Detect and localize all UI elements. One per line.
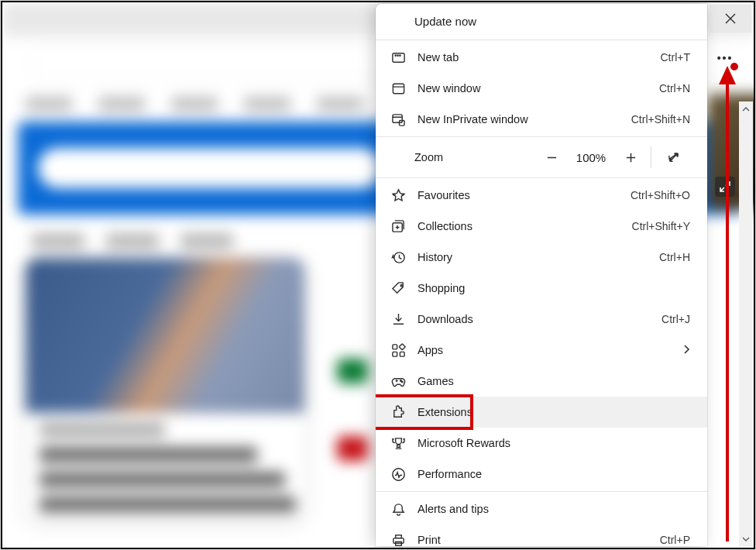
svg-rect-16 [393,538,403,543]
minus-icon [545,151,558,164]
games-icon [390,373,407,390]
settings-and-more-button[interactable]: ••• [712,46,738,70]
menu-divider [376,40,707,40]
menu-shortcut: Ctrl+Shift+N [631,113,690,125]
svg-rect-12 [400,352,404,356]
window-close-button[interactable] [710,5,751,33]
chevron-up-icon [742,105,750,113]
menu-item-new-window[interactable]: New window Ctrl+N [376,73,707,104]
chevron-right-icon [682,344,690,357]
menu-label: Collections [418,220,632,232]
menu-shortcut: Ctrl+T [661,51,691,64]
settings-menu: Update now New tab Ctrl+T New window Ctr… [376,4,707,546]
tag-icon [390,280,407,297]
new-tab-icon [390,49,407,66]
bell-icon [390,500,407,517]
menu-label: Shopping [418,282,690,294]
menu-item-new-inprivate[interactable]: New InPrivate window Ctrl+Shift+N [376,104,707,135]
zoom-value: 100% [569,151,613,164]
divider [651,146,651,168]
menu-item-favourites[interactable]: Favourites Ctrl+Shift+O [376,180,707,211]
menu-label: Alerts and tips [418,503,690,515]
menu-label: New InPrivate window [418,113,631,125]
close-icon [725,13,736,24]
menu-shortcut: Ctrl+Shift+O [631,189,690,201]
menu-label: Extensions [418,406,690,418]
menu-item-zoom: Zoom 100% [376,139,707,176]
menu-shortcut: Ctrl+N [659,82,690,95]
svg-rect-13 [399,343,405,349]
fullscreen-button[interactable] [656,142,690,173]
svg-point-9 [400,284,402,286]
menu-item-downloads[interactable]: Downloads Ctrl+J [376,304,707,335]
svg-rect-17 [395,535,401,538]
menu-label: Apps [418,344,682,356]
menu-shortcut: Ctrl+P [660,534,690,546]
svg-point-3 [399,55,400,56]
puzzle-icon [390,404,407,421]
svg-point-14 [400,380,401,381]
svg-point-15 [401,381,403,383]
menu-divider [376,177,707,178]
menu-label: New tab [418,51,661,64]
menu-shortcut: Ctrl+J [662,313,690,325]
annotation-arrow [724,66,730,541]
menu-item-shopping[interactable]: Shopping [376,273,707,304]
zoom-in-button[interactable] [613,142,648,173]
plus-icon [624,151,637,164]
menu-divider [376,136,707,137]
svg-rect-0 [392,53,404,61]
menu-item-performance[interactable]: Performance [376,459,707,490]
menu-label: Update now [414,15,690,28]
pulse-icon [390,466,407,483]
app-frame: ••• Update now New tab Ctrl+T New windo [1,1,755,549]
print-icon [390,531,407,546]
new-window-icon [390,80,407,97]
menu-shortcut: Ctrl+H [659,251,690,263]
svg-rect-5 [392,114,401,122]
menu-label: Games [418,375,690,387]
menu-item-apps[interactable]: Apps [376,335,707,366]
update-badge [729,61,740,72]
inprivate-icon [390,111,407,128]
zoom-out-button[interactable] [534,142,569,173]
trophy-icon [390,435,407,452]
apps-icon [390,342,407,359]
scroll-down-button[interactable] [739,531,753,547]
svg-rect-10 [392,344,397,349]
menu-item-alerts[interactable]: Alerts and tips [376,493,707,524]
svg-point-2 [397,55,397,56]
menu-label: Favourites [418,189,631,201]
history-icon [390,249,407,266]
svg-rect-11 [392,352,397,356]
menu-label: History [418,251,659,263]
menu-item-extensions[interactable]: Extensions [376,397,707,428]
menu-label: Downloads [418,313,662,325]
star-icon [390,187,407,204]
menu-item-history[interactable]: History Ctrl+H [376,242,707,273]
scroll-up-button[interactable] [739,101,753,117]
collections-icon [390,218,407,235]
page-scrollbar[interactable] [739,101,753,547]
menu-item-new-tab[interactable]: New tab Ctrl+T [376,42,707,73]
menu-item-print[interactable]: Print Ctrl+P [376,524,707,546]
menu-label: Performance [418,468,690,480]
menu-divider [376,491,707,492]
menu-label: New window [418,82,659,95]
menu-item-games[interactable]: Games [376,366,707,397]
svg-rect-4 [393,84,404,93]
menu-shortcut: Ctrl+Shift+Y [632,220,690,232]
fullscreen-icon [667,151,680,164]
download-icon [390,311,407,328]
svg-point-1 [395,55,396,56]
chevron-down-icon [742,535,750,543]
menu-item-update-now[interactable]: Update now [376,4,707,38]
menu-label: Print [418,534,660,546]
menu-item-rewards[interactable]: Microsoft Rewards [376,428,707,459]
zoom-label: Zoom [414,151,443,163]
menu-label: Microsoft Rewards [418,437,690,449]
menu-item-collections[interactable]: Collections Ctrl+Shift+Y [376,211,707,242]
